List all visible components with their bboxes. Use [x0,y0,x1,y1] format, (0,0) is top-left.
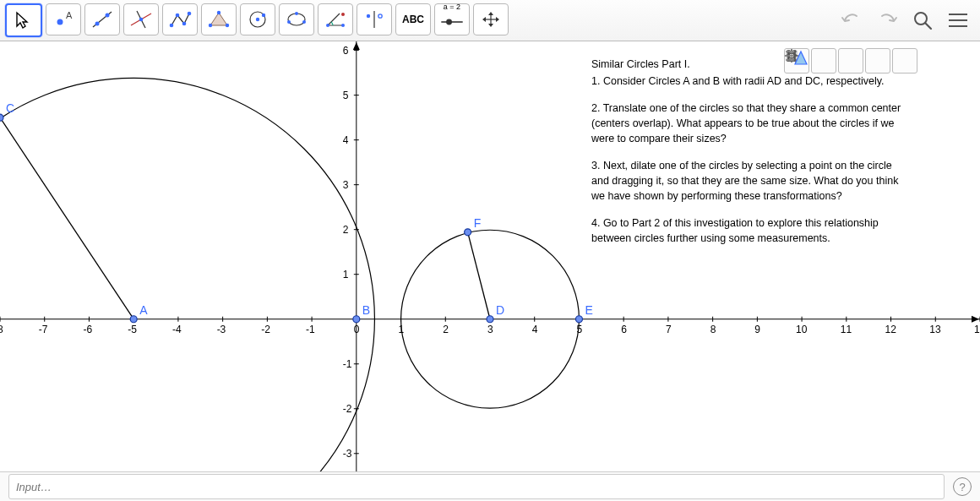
view-more-button[interactable] [919,49,943,73]
svg-point-103 [0,78,374,471]
svg-text:-2: -2 [261,324,270,335]
svg-marker-124 [795,52,807,64]
perpendicular-tool[interactable] [123,3,159,35]
move-view-tool[interactable] [473,3,509,35]
search-button[interactable] [911,8,934,32]
toolbar-right [840,8,975,32]
reflect-tool[interactable] [357,3,392,35]
polygon-tool[interactable] [201,3,237,35]
move-tool[interactable] [5,3,42,37]
svg-text:-3: -3 [217,324,226,335]
point-label-C: C [6,101,14,115]
svg-line-34 [925,23,931,29]
svg-point-0 [57,19,63,25]
svg-text:-5: -5 [128,324,137,335]
svg-text:4: 4 [532,324,538,335]
svg-point-4 [106,14,110,18]
construction-protocol-button[interactable] [945,48,973,74]
conic-tool[interactable] [279,3,314,35]
angle-tool[interactable] [318,3,353,35]
svg-point-3 [95,22,100,26]
svg-text:A: A [66,10,73,20]
svg-point-11 [188,12,192,16]
svg-point-20 [287,20,291,24]
slider-tool-label: a = 2 [439,3,465,11]
polyline-tool[interactable] [162,3,198,35]
line-tool[interactable] [84,3,120,35]
undo-button[interactable] [840,8,863,32]
svg-text:13: 13 [929,324,941,335]
show-grid-button[interactable] [811,48,836,74]
svg-text:-3: -3 [343,448,352,460]
svg-text:14: 14 [974,324,980,335]
instruction-panel: Similar Circles Part I. 1. Consider Circ… [591,57,912,258]
svg-point-21 [295,12,298,15]
point-D[interactable] [487,316,493,323]
help-button[interactable]: ? [953,477,972,496]
svg-point-19 [288,14,305,25]
svg-point-13 [217,11,220,14]
svg-text:-4: -4 [172,324,182,335]
svg-marker-38 [353,42,360,50]
svg-text:4: 4 [343,134,349,146]
text-tool-label: ABC [402,14,424,25]
svg-text:-2: -2 [343,403,352,415]
svg-text:1: 1 [343,269,349,280]
svg-text:12: 12 [885,324,897,335]
svg-line-105 [0,117,133,319]
svg-text:-1: -1 [306,324,315,335]
point-C[interactable] [0,114,3,121]
svg-text:6: 6 [621,324,627,335]
point-label-A: A [139,303,148,317]
svg-point-24 [341,13,345,16]
hamburger-icon [949,14,967,27]
instructions-q4: 4. Go to Part 2 of this investigation to… [591,215,912,246]
main-toolbar: A ABC a = 2 [0,0,980,41]
svg-text:-1: -1 [343,358,352,370]
point-label-E: E [585,303,592,317]
svg-point-30 [446,19,452,25]
svg-point-9 [176,14,180,18]
svg-point-22 [302,20,306,24]
svg-text:0: 0 [354,324,360,335]
slider-tool[interactable]: a = 2 [434,3,470,35]
svg-text:2: 2 [443,324,449,335]
svg-text:3: 3 [487,324,493,335]
instructions-q1: 1. Consider Circles A and B with radii A… [591,74,912,89]
svg-text:6: 6 [343,45,349,57]
point-E[interactable] [575,316,582,323]
svg-text:2: 2 [343,224,349,236]
point-F[interactable] [465,229,471,236]
svg-point-28 [378,14,382,18]
svg-point-23 [326,24,329,27]
svg-point-14 [226,24,229,27]
svg-point-18 [262,14,265,17]
svg-text:5: 5 [343,90,349,101]
home-view-button[interactable] [838,48,863,74]
menu-button[interactable] [946,8,970,32]
svg-point-15 [209,24,212,27]
svg-point-7 [139,18,144,22]
svg-point-10 [182,22,187,26]
point-tool[interactable]: A [46,3,81,35]
snap-button[interactable] [865,48,890,74]
view-toolbar [784,48,973,74]
svg-text:8: 8 [710,324,716,335]
instructions-q3: 3. Next, dilate one of the circles by se… [591,158,912,204]
redo-button[interactable] [875,8,899,32]
graphics-view[interactable]: -8-7-6-5-4-3-2-101234567891011121314-3-2… [0,41,980,471]
svg-text:11: 11 [841,324,852,335]
svg-marker-37 [972,316,979,323]
input-bar: ? [0,471,980,501]
algebra-input[interactable] [8,474,945,499]
point-label-D: D [496,303,504,317]
svg-text:-8: -8 [0,324,3,335]
svg-point-8 [170,24,174,28]
circle-center-tool[interactable] [240,3,275,35]
instructions-q2: 2. Translate one of the circles so that … [591,101,912,146]
svg-point-25 [341,24,345,27]
text-tool[interactable]: ABC [395,3,431,35]
view-settings-button[interactable] [892,48,917,74]
point-A[interactable] [130,316,137,323]
point-B[interactable] [353,316,360,323]
